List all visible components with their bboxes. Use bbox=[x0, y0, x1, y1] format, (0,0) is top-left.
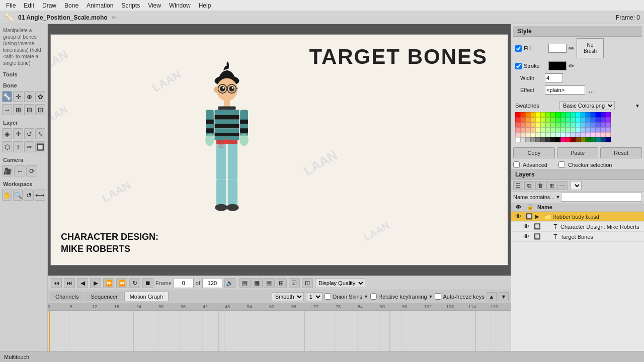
layer-eye-btn[interactable]: 👁 bbox=[521, 223, 531, 230]
swatch-cell[interactable] bbox=[566, 122, 571, 127]
swatch-cell[interactable] bbox=[545, 132, 550, 137]
swatch-cell[interactable] bbox=[535, 122, 540, 127]
swatch-cell[interactable] bbox=[520, 137, 525, 142]
layer-sort-select[interactable] bbox=[571, 181, 582, 190]
swatch-cell[interactable] bbox=[560, 112, 566, 117]
swatch-cell[interactable] bbox=[591, 117, 596, 122]
swatch-cell[interactable] bbox=[581, 127, 586, 132]
tl-down-btn[interactable]: ▼ bbox=[499, 292, 509, 301]
swatch-cell[interactable] bbox=[545, 137, 550, 142]
swatch-cell[interactable] bbox=[535, 132, 540, 137]
swatch-cell[interactable] bbox=[555, 122, 560, 127]
swatch-cell[interactable] bbox=[525, 117, 530, 122]
stroke-color-swatch[interactable] bbox=[548, 61, 567, 70]
menu-file[interactable]: File bbox=[2, 1, 20, 10]
onion-skins-label[interactable]: Onion Skins ▼ bbox=[325, 293, 368, 300]
swatch-cell[interactable] bbox=[520, 122, 525, 127]
swatch-cell[interactable] bbox=[581, 112, 586, 117]
stroke-pencil-icon[interactable]: ✏ bbox=[569, 62, 575, 70]
swatch-cell[interactable] bbox=[596, 112, 601, 117]
swatch-cell[interactable] bbox=[535, 137, 540, 142]
swatch-cell[interactable] bbox=[525, 137, 530, 142]
swatch-cell[interactable] bbox=[550, 127, 555, 132]
swatch-cell[interactable] bbox=[550, 112, 555, 117]
swatch-cell[interactable] bbox=[596, 127, 601, 132]
swatch-cell[interactable] bbox=[560, 117, 566, 122]
stop-btn[interactable]: ⏹ bbox=[142, 278, 153, 288]
ws-tool-4[interactable]: ⟷ bbox=[35, 190, 45, 201]
swatch-cell[interactable] bbox=[545, 112, 550, 117]
swatch-cell[interactable] bbox=[540, 122, 545, 127]
smooth-select[interactable]: Smooth bbox=[272, 292, 304, 301]
menu-edit[interactable]: Edit bbox=[20, 1, 38, 10]
swatch-cell[interactable] bbox=[576, 127, 581, 132]
bone-tool-5[interactable]: ↔ bbox=[2, 104, 12, 115]
menu-bone[interactable]: Bone bbox=[60, 1, 83, 10]
swatch-cell[interactable] bbox=[596, 122, 601, 127]
swatch-cell[interactable] bbox=[540, 127, 545, 132]
bone-tool-1[interactable]: 🦴 bbox=[2, 91, 12, 102]
swatch-cell[interactable] bbox=[571, 137, 576, 142]
swatch-cell[interactable] bbox=[591, 132, 596, 137]
prev-frame-btn[interactable]: ◀ bbox=[77, 278, 88, 288]
canvas-container[interactable]: LAAN LAAN LAAN LAAN LAAN LAAN TARGET BON… bbox=[48, 24, 511, 276]
swatch-cell[interactable] bbox=[560, 122, 566, 127]
auto-freeze-checkbox[interactable] bbox=[435, 293, 441, 300]
menu-draw[interactable]: Draw bbox=[38, 1, 60, 10]
menu-animation[interactable]: Animation bbox=[83, 1, 117, 10]
layer-tool-6[interactable]: T bbox=[13, 141, 23, 152]
swatch-cell[interactable] bbox=[530, 132, 535, 137]
tab-channels[interactable]: Channels bbox=[50, 292, 84, 301]
swatch-cell[interactable] bbox=[591, 122, 596, 127]
menu-window[interactable]: Window bbox=[165, 1, 195, 10]
swatch-cell[interactable] bbox=[596, 117, 601, 122]
swatch-cell[interactable] bbox=[515, 132, 520, 137]
swatch-cell[interactable] bbox=[601, 127, 606, 132]
layer-search-input[interactable] bbox=[561, 193, 642, 202]
stroke-checkbox[interactable] bbox=[515, 63, 522, 69]
swatch-cell[interactable] bbox=[520, 132, 525, 137]
swatch-cell[interactable] bbox=[606, 127, 611, 132]
layer-tool-7[interactable]: ✏ bbox=[24, 141, 34, 152]
swatch-cell[interactable] bbox=[576, 132, 581, 137]
swatch-cell[interactable] bbox=[586, 127, 591, 132]
swatch-cell[interactable] bbox=[540, 132, 545, 137]
swatch-cell[interactable] bbox=[586, 112, 591, 117]
ws-tool-1[interactable]: 🖐 bbox=[2, 190, 12, 201]
layer-lock-btn[interactable]: 🔲 bbox=[532, 233, 542, 240]
swatch-cell[interactable] bbox=[571, 112, 576, 117]
swatch-cell[interactable] bbox=[535, 127, 540, 132]
swatch-cell[interactable] bbox=[550, 137, 555, 142]
view-btn-1[interactable]: ▤ bbox=[239, 278, 251, 288]
swatch-cell[interactable] bbox=[601, 112, 606, 117]
total-frames-input[interactable] bbox=[202, 278, 222, 288]
layer-tool-1[interactable]: ◈ bbox=[2, 128, 12, 139]
layer-row[interactable]: 👁🔲▶📁Robber body b.psd bbox=[511, 212, 644, 222]
display-quality-select[interactable]: Display Quality bbox=[315, 278, 365, 288]
swatch-cell[interactable] bbox=[571, 122, 576, 127]
swatch-cell[interactable] bbox=[535, 112, 540, 117]
tab-motion-graph[interactable]: Motion Graph bbox=[124, 292, 169, 301]
swatch-cell[interactable] bbox=[515, 112, 520, 117]
swatch-cell[interactable] bbox=[591, 112, 596, 117]
swatch-cell[interactable] bbox=[586, 117, 591, 122]
menu-help[interactable]: Help bbox=[195, 1, 215, 10]
swatch-cell[interactable] bbox=[545, 117, 550, 122]
swatch-cell[interactable] bbox=[550, 117, 555, 122]
layer-group-btn[interactable]: ⊞ bbox=[546, 181, 556, 190]
advanced-checkbox[interactable] bbox=[513, 161, 520, 168]
swatch-cell[interactable] bbox=[606, 132, 611, 137]
swatch-cell[interactable] bbox=[596, 132, 601, 137]
swatch-cell[interactable] bbox=[586, 122, 591, 127]
copy-btn[interactable]: Copy bbox=[513, 147, 555, 158]
swatch-cell[interactable] bbox=[555, 117, 560, 122]
effect-input[interactable] bbox=[545, 85, 585, 95]
ws-tool-2[interactable]: 🔍 bbox=[13, 190, 23, 201]
sound-toggle[interactable]: ☑ bbox=[289, 278, 300, 288]
frame-input[interactable] bbox=[174, 278, 194, 288]
swatch-cell[interactable] bbox=[576, 137, 581, 142]
bone-tool-2[interactable]: ✛ bbox=[13, 91, 23, 102]
swatch-cell[interactable] bbox=[530, 112, 535, 117]
play-rev-btn[interactable]: ⏪ bbox=[116, 278, 127, 288]
layer-tool-3[interactable]: ↺ bbox=[24, 128, 34, 139]
